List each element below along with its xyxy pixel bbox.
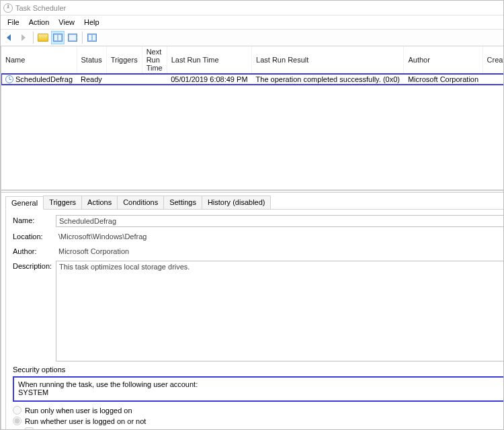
expander-icon[interactable]: ▷ [1,278,1,286]
tree-item[interactable]: DiskDiagnostic [1,196,1,208]
tree-item[interactable]: License Manager [1,345,1,356]
menu-help[interactable]: Help [80,17,103,28]
panes-1-button[interactable] [51,31,65,44]
description-field[interactable] [56,261,504,361]
tree-item[interactable]: Maintenance [1,379,1,390]
run-logged-on-radio[interactable] [13,406,22,415]
task-icon [5,75,13,83]
back-button[interactable] [2,31,15,44]
tree-item[interactable]: Maps [1,402,1,413]
col-header[interactable]: Author [404,46,482,74]
tree-item[interactable]: DiskFootprint [1,208,1,219]
tab[interactable]: General [5,196,44,210]
properties-pane: GeneralTriggersActionsConditionsSettings… [1,193,504,429]
tab[interactable]: Triggers [43,196,82,209]
toolbar [1,29,503,46]
menu-file[interactable]: File [3,17,24,28]
location-label: Location: [13,231,53,241]
tree-item[interactable]: DiskCleanup [1,185,1,196]
author-label: Author: [13,246,53,255]
name-label: Name: [13,215,53,224]
tree-item[interactable]: Data Integrity Scan [1,105,1,116]
author-value: Microsoft Corporation [56,246,504,257]
tree-item[interactable]: Live [1,356,1,368]
security-when-label: When running the task, use the following… [18,380,501,388]
tree-item[interactable]: Location [1,368,1,379]
tab[interactable]: Conditions [117,196,164,209]
security-options-title: Security options [13,366,504,374]
panes-2-button[interactable] [66,31,79,44]
open-folder-button[interactable] [36,31,50,44]
tree-item[interactable]: LanguageComponentsInstaller [1,333,1,345]
task-table: NameStatusTriggersNext Run TimeLast Run … [1,46,504,85]
tree-item[interactable]: Mobile Broadband Accounts [1,425,1,429]
tree-item[interactable]: FileHistory [1,288,1,299]
tree-item[interactable]: DUSM [1,219,1,230]
col-header[interactable]: Last Run Time [167,46,251,74]
tree-item[interactable]: Customer Experience Improvement Program [1,93,1,105]
menu-action[interactable]: Action [25,17,54,28]
tree-item[interactable]: EDP [1,230,1,242]
tree-item[interactable]: Device Information [1,128,1,139]
tab[interactable]: History (disabled) [202,196,271,209]
security-user: SYSTEM [18,388,501,396]
menubar: File Action View Help [1,15,503,29]
col-header[interactable]: Status [77,46,106,74]
tabs: GeneralTriggersActionsConditionsSettings… [5,196,504,210]
col-header[interactable]: Next Run Time [142,46,167,74]
tree-item[interactable]: DeviceDirectoryClient [1,150,1,162]
titlebar: Task Scheduler [1,1,503,15]
forward-button[interactable] [17,31,30,44]
panes-3-button[interactable] [85,31,99,44]
tree-item[interactable]: ExploitGuard [1,253,1,265]
name-field[interactable] [56,215,504,227]
col-header[interactable]: Last Run Result [252,46,404,74]
tree[interactable]: CertificateServicesClientChkdskClipCloud… [1,46,1,429]
tree-item[interactable]: HelloFace [1,310,1,322]
task-list-pane: NameStatusTriggersNext Run TimeLast Run … [1,46,504,190]
tab-general: Name: Location:\Microsoft\Windows\Defrag… [5,210,504,429]
window-title: Task Scheduler [15,4,66,12]
expander-icon[interactable]: ▷ [1,267,1,274]
col-header[interactable]: Triggers [106,46,142,74]
expander-icon[interactable]: ▷ [1,392,1,400]
app-icon [3,3,13,13]
col-header[interactable]: Created [482,46,504,74]
tree-item[interactable]: Diagnosis [1,162,1,173]
tree-item[interactable]: MemoryDiagnostic [1,413,1,425]
tree-item[interactable]: Device Setup [1,139,1,150]
location-value: \Microsoft\Windows\Defrag [56,231,504,242]
expander-icon[interactable]: ▷ [1,301,1,308]
tree-item[interactable]: EnterpriseMgmt [1,242,1,253]
no-password-check[interactable] [25,427,34,429]
tab[interactable]: Actions [81,196,118,209]
task-row[interactable]: ScheduledDefrag Ready 05/01/2019 6:08:49… [1,74,504,85]
tree-item[interactable]: InstallService [1,322,1,333]
tab[interactable]: Settings [163,196,202,209]
col-header[interactable]: Name [1,46,77,74]
run-whether-radio[interactable] [13,417,22,425]
menu-view[interactable]: View [54,17,79,28]
tree-item[interactable]: CloudExperienceHost [1,82,1,93]
tree-item[interactable]: Defrag [1,116,1,128]
description-label: Description: [13,261,53,270]
tree-item[interactable]: DirectX [1,173,1,185]
security-options-box: When running the task, use the following… [13,376,504,402]
